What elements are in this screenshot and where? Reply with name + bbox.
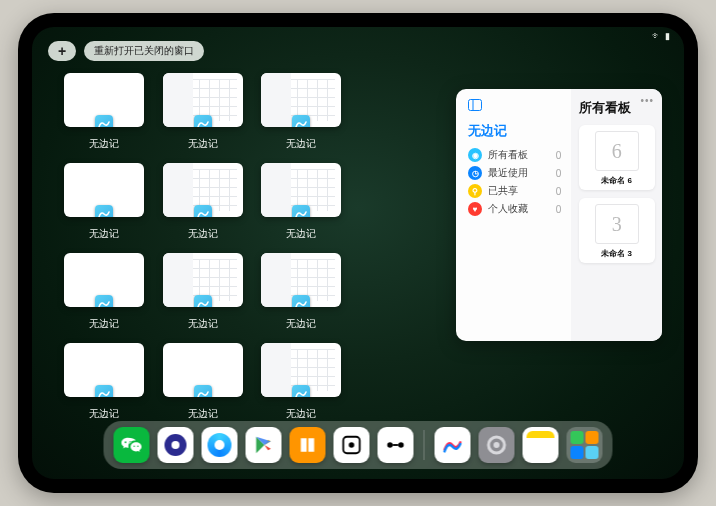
nav-item-all[interactable]: ◉所有看板0: [468, 146, 561, 164]
app-thumbnail: [64, 343, 144, 397]
app-tile-label: 无边记: [286, 407, 316, 421]
app-tile-label: 无边记: [89, 407, 119, 421]
app-tile[interactable]: 无边记: [161, 253, 246, 331]
dock-separator: [424, 430, 425, 460]
dock-app-connect[interactable]: [378, 427, 414, 463]
more-icon[interactable]: •••: [640, 95, 654, 106]
dock-app-play[interactable]: [246, 427, 282, 463]
app-tile-label: 无边记: [89, 317, 119, 331]
dock-app-wechat[interactable]: [114, 427, 150, 463]
app-tile-label: 无边记: [89, 227, 119, 241]
freeform-icon: [194, 295, 212, 307]
screen: ᯤ ▮ + 重新打开已关闭的窗口 无边记无边记无边记无边记无边记无边记无边记无边…: [32, 27, 684, 479]
boards-title: 所有看板: [579, 99, 631, 117]
reopen-closed-button[interactable]: 重新打开已关闭的窗口: [84, 41, 204, 61]
toolbar: + 重新打开已关闭的窗口: [48, 41, 204, 61]
svg-point-4: [387, 442, 393, 448]
app-tile[interactable]: 无边记: [259, 163, 344, 241]
freeform-icon: [194, 115, 212, 127]
app-tile-label: 无边记: [188, 137, 218, 151]
ipad-frame: ᯤ ▮ + 重新打开已关闭的窗口 无边记无边记无边记无边记无边记无边记无边记无边…: [18, 13, 698, 493]
app-thumbnail: [163, 73, 243, 127]
app-tile[interactable]: 无边记: [161, 163, 246, 241]
board-thumbnail: 3: [595, 204, 639, 244]
app-tile[interactable]: 无边记: [62, 253, 147, 331]
dock-folder[interactable]: [567, 427, 603, 463]
nav-item-shared[interactable]: ⚲已共享0: [468, 182, 561, 200]
dock-recent-notes[interactable]: [523, 427, 559, 463]
freeform-icon: [95, 115, 113, 127]
nav-label: 最近使用: [488, 166, 528, 180]
app-tile[interactable]: 无边记: [62, 343, 147, 421]
recent-icon: ◷: [468, 166, 482, 180]
freeform-icon: [292, 205, 310, 217]
app-switcher-grid: 无边记无边记无边记无边记无边记无边记无边记无边记无边记无边记无边记无边记: [62, 73, 442, 421]
dock: [104, 421, 613, 469]
board-card[interactable]: 3未命名 3: [579, 198, 655, 263]
board-card[interactable]: 6未命名 6: [579, 125, 655, 190]
folder-mini-icon: [571, 446, 584, 459]
app-tile-label: 无边记: [188, 407, 218, 421]
app-thumbnail: [261, 343, 341, 397]
folder-mini-icon: [571, 431, 584, 444]
app-thumbnail: [64, 163, 144, 217]
svg-point-3: [349, 442, 355, 448]
sidebar-toggle-icon[interactable]: [468, 99, 561, 114]
nav-label: 已共享: [488, 184, 518, 198]
board-name: 未命名 3: [601, 248, 632, 259]
app-thumbnail: [64, 253, 144, 307]
app-tile[interactable]: 无边记: [62, 73, 147, 151]
fav-icon: ♥: [468, 202, 482, 216]
dock-app-books[interactable]: [290, 427, 326, 463]
app-tile-label: 无边记: [188, 317, 218, 331]
board-name: 未命名 6: [601, 175, 632, 186]
wifi-icon: ᯤ: [652, 31, 661, 41]
freeform-icon: [95, 385, 113, 397]
status-indicators: ᯤ ▮: [652, 31, 670, 41]
app-thumbnail: [64, 73, 144, 127]
nav-item-fav[interactable]: ♥个人收藏0: [468, 200, 561, 218]
app-tile[interactable]: 无边记: [259, 343, 344, 421]
app-tile[interactable]: 无边记: [62, 163, 147, 241]
freeform-icon: [95, 295, 113, 307]
freeform-icon: [95, 205, 113, 217]
svg-point-5: [398, 442, 404, 448]
freeform-icon: [292, 385, 310, 397]
app-thumbnail: [163, 343, 243, 397]
app-thumbnail: [163, 253, 243, 307]
app-tile[interactable]: 无边记: [259, 253, 344, 331]
dock-recent-freeform[interactable]: [435, 427, 471, 463]
app-thumbnail: [261, 73, 341, 127]
all-icon: ◉: [468, 148, 482, 162]
panel-boards: 所有看板 6未命名 63未命名 3: [571, 89, 662, 341]
battery-icon: ▮: [665, 31, 670, 41]
app-tile[interactable]: 无边记: [259, 73, 344, 151]
nav-count: 0: [556, 168, 562, 179]
nav-item-recent[interactable]: ◷最近使用0: [468, 164, 561, 182]
freeform-panel[interactable]: ••• 无边记 ◉所有看板0◷最近使用0⚲已共享0♥个人收藏0 所有看板 6未命…: [456, 89, 662, 341]
app-tile-label: 无边记: [286, 137, 316, 151]
dock-recent-settings[interactable]: [479, 427, 515, 463]
app-thumbnail: [261, 163, 341, 217]
panel-sidebar: 无边记 ◉所有看板0◷最近使用0⚲已共享0♥个人收藏0: [456, 89, 571, 341]
dock-app-quark[interactable]: [158, 427, 194, 463]
svg-rect-0: [469, 100, 482, 111]
app-tile-label: 无边记: [286, 227, 316, 241]
app-thumbnail: [261, 253, 341, 307]
board-thumbnail: 6: [595, 131, 639, 171]
app-tile-label: 无边记: [89, 137, 119, 151]
dock-app-dice[interactable]: [334, 427, 370, 463]
svg-point-8: [494, 442, 500, 448]
folder-mini-icon: [586, 446, 599, 459]
freeform-icon: [292, 115, 310, 127]
nav-label: 所有看板: [488, 148, 528, 162]
app-tile[interactable]: 无边记: [161, 343, 246, 421]
freeform-icon: [194, 385, 212, 397]
nav-count: 0: [556, 186, 562, 197]
nav-count: 0: [556, 150, 562, 161]
dock-app-qqbrowser[interactable]: [202, 427, 238, 463]
add-button[interactable]: +: [48, 41, 76, 61]
app-tile[interactable]: 无边记: [161, 73, 246, 151]
panel-title: 无边记: [468, 122, 561, 140]
folder-mini-icon: [586, 431, 599, 444]
